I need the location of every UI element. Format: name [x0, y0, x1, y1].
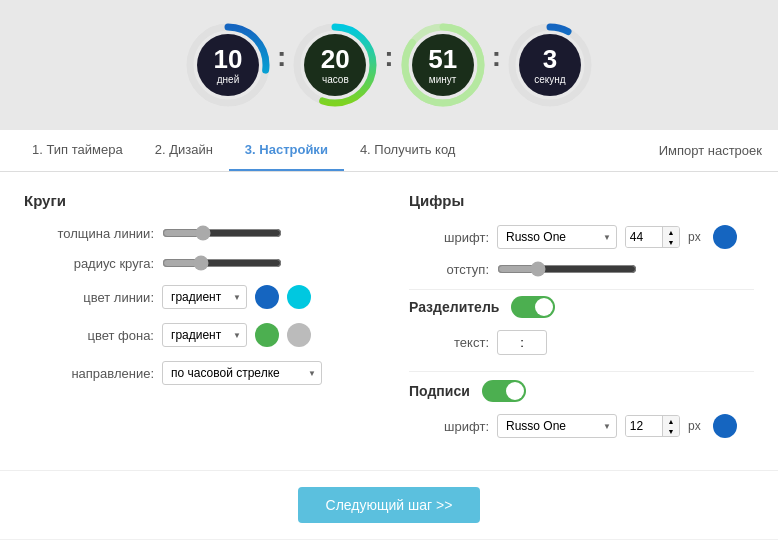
subscript-px-label: px	[688, 419, 701, 433]
next-step-button[interactable]: Следующий шаг >>	[298, 487, 481, 523]
settings-content: Круги толщина линии: радиус круга: цвет …	[0, 172, 778, 470]
indent-label: отступ:	[409, 262, 489, 277]
colon-1: :	[277, 41, 286, 73]
hours-value: 20	[321, 46, 350, 72]
digits-color-swatch[interactable]	[713, 225, 737, 249]
direction-select-wrapper: по часовой стрелке ▼	[162, 361, 322, 385]
direction-label: направление:	[24, 366, 154, 381]
bg-color-swatch-2[interactable]	[287, 323, 311, 347]
days-unit: дней	[214, 74, 243, 85]
circles-title: Круги	[24, 192, 369, 209]
indent-slider[interactable]	[497, 261, 637, 277]
digits-size-input-wrapper: ▲ ▼	[625, 226, 680, 248]
circle-days: 10 дней	[183, 20, 273, 110]
circle-radius-row: радиус круга:	[24, 255, 369, 271]
line-color-row: цвет линии: градиент ▼	[24, 285, 369, 309]
line-thickness-row: толщина линии:	[24, 225, 369, 241]
subscript-section: Подписи шрифт: Russo One ▼	[409, 380, 754, 438]
direction-select[interactable]: по часовой стрелке	[162, 361, 322, 385]
digits-size-down[interactable]: ▼	[663, 237, 679, 247]
timer-display: 10 дней : 20 часов	[0, 0, 778, 130]
subscript-size-spinner: ▲ ▼	[662, 416, 679, 436]
subscript-toggle-track[interactable]	[482, 380, 526, 402]
circle-seconds: 3 секунд	[505, 20, 595, 110]
timer-seconds: 3 секунд	[505, 20, 595, 110]
tabs-bar: 1. Тип таймера 2. Дизайн 3. Настройки 4.…	[0, 130, 778, 172]
digits-font-label: шрифт:	[409, 230, 489, 245]
separator-section: Разделитель текст:	[409, 296, 754, 355]
circles-panel: Круги толщина линии: радиус круга: цвет …	[24, 192, 369, 450]
tab-settings[interactable]: 3. Настройки	[229, 130, 344, 171]
subscript-font-select-wrapper: Russo One ▼	[497, 414, 617, 438]
circle-hours: 20 часов	[290, 20, 380, 110]
bg-color-label: цвет фона:	[24, 328, 154, 343]
subscript-color-swatch[interactable]	[713, 414, 737, 438]
colon-2: :	[384, 41, 393, 73]
import-settings-button[interactable]: Импорт настроек	[659, 131, 762, 170]
subscript-size-input[interactable]	[626, 416, 662, 436]
circle-radius-slider[interactable]	[162, 255, 282, 271]
hours-unit: часов	[321, 74, 350, 85]
digits-font-row: шрифт: Russo One ▼ ▲ ▼ px	[409, 225, 754, 249]
subscript-title: Подписи	[409, 383, 470, 399]
separator-text-row: текст:	[409, 330, 754, 355]
bottom-bar: Следующий шаг >>	[0, 470, 778, 539]
subscript-header: Подписи	[409, 380, 754, 402]
line-color-select-wrapper: градиент ▼	[162, 285, 247, 309]
line-color-select[interactable]: градиент	[162, 285, 247, 309]
bg-color-swatch-1[interactable]	[255, 323, 279, 347]
separator-title: Разделитель	[409, 299, 499, 315]
separator-header: Разделитель	[409, 296, 754, 318]
subscript-size-down[interactable]: ▼	[663, 426, 679, 436]
separator-text-input[interactable]	[497, 330, 547, 355]
separator-text-label: текст:	[409, 335, 489, 350]
tab-type[interactable]: 1. Тип таймера	[16, 130, 139, 171]
separator-toggle-thumb	[535, 298, 553, 316]
digits-size-up[interactable]: ▲	[663, 227, 679, 237]
subscript-toggle[interactable]	[482, 380, 526, 402]
digits-size-spinner: ▲ ▼	[662, 227, 679, 247]
separator-toggle[interactable]	[511, 296, 555, 318]
direction-row: направление: по часовой стрелке ▼	[24, 361, 369, 385]
tab-code[interactable]: 4. Получить код	[344, 130, 472, 171]
separator-toggle-track[interactable]	[511, 296, 555, 318]
line-color-swatch-2[interactable]	[287, 285, 311, 309]
timer-days: 10 дней	[183, 20, 273, 110]
digits-font-select-wrapper: Russo One ▼	[497, 225, 617, 249]
timer-minutes: 51 минут	[398, 20, 488, 110]
subscript-font-row: шрифт: Russo One ▼ ▲ ▼ px	[409, 414, 754, 438]
colon-3: :	[492, 41, 501, 73]
line-color-swatch-1[interactable]	[255, 285, 279, 309]
line-thickness-label: толщина линии:	[24, 226, 154, 241]
circle-minutes: 51 минут	[398, 20, 488, 110]
subscript-toggle-thumb	[506, 382, 524, 400]
tab-design[interactable]: 2. Дизайн	[139, 130, 229, 171]
digits-title: Цифры	[409, 192, 754, 209]
digits-font-select[interactable]: Russo One	[497, 225, 617, 249]
timer-hours: 20 часов	[290, 20, 380, 110]
seconds-value: 3	[534, 46, 565, 72]
indent-row: отступ:	[409, 261, 754, 277]
subscript-font-select[interactable]: Russo One	[497, 414, 617, 438]
digits-size-input[interactable]	[626, 227, 662, 247]
subscript-font-label: шрифт:	[409, 419, 489, 434]
line-thickness-slider[interactable]	[162, 225, 282, 241]
minutes-value: 51	[428, 46, 457, 72]
line-color-label: цвет линии:	[24, 290, 154, 305]
subscript-size-input-wrapper: ▲ ▼	[625, 415, 680, 437]
bg-color-select[interactable]: градиент	[162, 323, 247, 347]
days-value: 10	[214, 46, 243, 72]
circle-radius-label: радиус круга:	[24, 256, 154, 271]
digits-panel: Цифры шрифт: Russo One ▼ ▲ ▼ px отсту	[409, 192, 754, 450]
seconds-unit: секунд	[534, 74, 565, 85]
digits-px-label: px	[688, 230, 701, 244]
minutes-unit: минут	[428, 74, 457, 85]
bg-color-row: цвет фона: градиент ▼	[24, 323, 369, 347]
bg-color-select-wrapper: градиент ▼	[162, 323, 247, 347]
subscript-size-up[interactable]: ▲	[663, 416, 679, 426]
